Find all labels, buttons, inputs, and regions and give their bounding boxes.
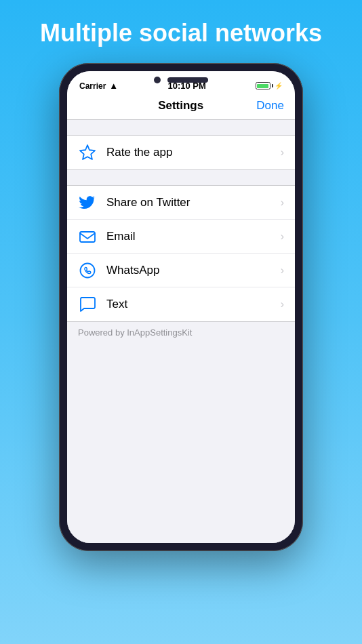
chevron-icon: ›	[281, 230, 284, 243]
section-gap-1	[67, 120, 295, 135]
battery-tip	[272, 84, 273, 87]
text-icon	[78, 295, 97, 314]
section-share: Share on Twitter › Email ›	[67, 185, 295, 322]
rate-app-label: Rate the app	[106, 146, 281, 159]
whatsapp-cell[interactable]: WhatsApp ›	[67, 254, 295, 287]
twitter-cell[interactable]: Share on Twitter ›	[67, 186, 295, 220]
speaker-grill	[167, 77, 208, 83]
section-gap-2	[67, 170, 295, 185]
email-label: Email	[106, 230, 281, 243]
text-cell[interactable]: Text ›	[67, 287, 295, 321]
email-icon	[78, 227, 97, 246]
phone-inner: Carrier ▲ 10:10 PM ⚡ Settings Done	[67, 71, 295, 543]
chevron-icon: ›	[281, 298, 284, 310]
charging-bolt: ⚡	[275, 82, 283, 89]
battery-body	[256, 82, 270, 89]
headline: Multiple social networks	[13, 0, 349, 63]
carrier-label: Carrier	[79, 81, 106, 91]
email-cell[interactable]: Email ›	[67, 220, 295, 254]
nav-bar: Settings Done	[67, 94, 295, 120]
svg-point-1	[81, 263, 95, 277]
section-rate: Rate the app ›	[67, 135, 295, 170]
phone-top-bar	[154, 77, 208, 83]
chevron-icon: ›	[281, 264, 284, 277]
text-label: Text	[106, 298, 281, 311]
done-button[interactable]: Done	[256, 99, 284, 113]
star-icon	[78, 143, 97, 162]
phone-frame: Carrier ▲ 10:10 PM ⚡ Settings Done	[59, 63, 303, 551]
rate-app-cell[interactable]: Rate the app ›	[67, 136, 295, 169]
chevron-icon: ›	[281, 146, 284, 159]
twitter-label: Share on Twitter	[106, 196, 281, 209]
nav-title: Settings	[158, 99, 203, 113]
chevron-icon: ›	[281, 197, 284, 209]
camera-dot	[154, 77, 161, 83]
settings-content: Rate the app › Share on Twitter ›	[67, 120, 295, 543]
status-left: Carrier ▲	[79, 81, 118, 91]
battery-fill	[257, 84, 268, 88]
svg-rect-0	[80, 232, 95, 242]
footer-text: Powered by InAppSettingsKit	[67, 322, 295, 343]
twitter-icon	[78, 193, 97, 212]
battery-indicator: ⚡	[256, 82, 283, 89]
whatsapp-label: WhatsApp	[106, 264, 281, 277]
wifi-icon: ▲	[109, 81, 118, 91]
status-right: ⚡	[256, 82, 283, 89]
whatsapp-icon	[78, 261, 97, 280]
